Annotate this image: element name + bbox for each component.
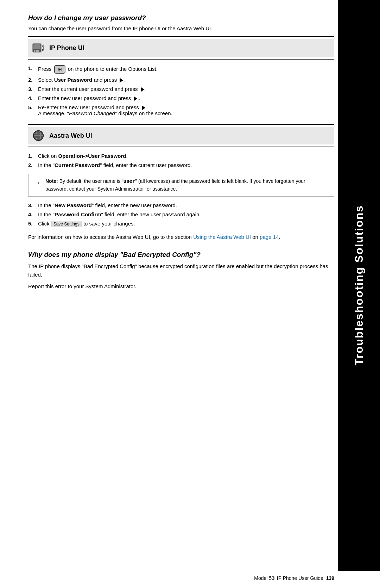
aastra-step-num-5: 5. [28, 221, 37, 227]
ip-step-5: 5. Re-enter the new user password and pr… [28, 104, 334, 116]
note-label: Note: [45, 178, 58, 184]
sidebar-label: Troubleshooting Solutions [353, 205, 366, 365]
password-changed-italic: Password Changed [69, 110, 115, 116]
aastra-web-title: Aastra Web UI [49, 132, 92, 140]
operation-user-password-bold: Operation->User Password [58, 153, 126, 159]
sidebar: Troubleshooting Solutions [338, 0, 380, 571]
current-password-bold: Current Password [55, 162, 100, 168]
aastra-steps-cont: 3. In the "New Password" field, enter th… [28, 202, 334, 227]
ip-step-4: 4. Enter the new user password and press… [28, 95, 334, 101]
step-content-3: Enter the current user password and pres… [38, 86, 334, 92]
svg-rect-3 [36, 50, 37, 51]
step-content-1: Press on the phone to enter the Options … [38, 65, 334, 74]
main-heading: How do I change my user password? [28, 14, 334, 22]
arrow-right-icon-2 [120, 78, 123, 83]
intro-text: You can change the user password from th… [28, 25, 334, 31]
divider-bottom-ip [28, 59, 334, 60]
ip-step-1: 1. Press on the phone to enter the Optio… [28, 65, 334, 74]
aastra-web-banner: Aastra Web UI [28, 127, 334, 144]
svg-rect-6 [36, 51, 37, 52]
note-arrow-icon: → [33, 178, 41, 193]
divider-top-aastra [28, 124, 334, 125]
arrow-right-icon-5 [142, 105, 145, 110]
aastra-step-3: 3. In the "New Password" field, enter th… [28, 202, 334, 208]
second-para1: The IP phone displays "Bad Encrypted Con… [28, 262, 334, 279]
aastra-step-content-2: In the "Current Password" field, enter t… [38, 162, 334, 168]
step-content-2: Select User Password and press . [38, 77, 334, 83]
ip-step-2: 2. Select User Password and press . [28, 77, 334, 83]
svg-rect-4 [37, 50, 39, 51]
aastra-web-icon [32, 129, 45, 142]
step-content-5: Re-enter the new user password and press… [38, 104, 334, 116]
page-content: How do I change my user password? You ca… [28, 14, 334, 315]
aastra-step-content-3: In the "New Password" field, enter the n… [38, 202, 334, 208]
aastra-step-2: 2. In the "Current Password" field, ente… [28, 162, 334, 168]
aastra-step-num-4: 4. [28, 211, 37, 217]
second-para2: Report this error to your System Adminis… [28, 282, 334, 290]
aastra-step-num-2: 2. [28, 162, 37, 168]
ip-phone-banner: IP Phone UI [28, 39, 334, 57]
using-aastra-link[interactable]: Using the Aastra Web UI [193, 234, 251, 240]
options-button-icon [54, 65, 65, 74]
save-settings-button[interactable]: Save Settings [51, 221, 82, 227]
arrow-right-icon-4 [134, 96, 137, 101]
aastra-step-content-5: Click Save Settings to save your changes… [38, 221, 334, 227]
footer-text: Model 53i IP Phone User Guide 139 [254, 575, 334, 581]
footer-model: Model 53i IP Phone User Guide [254, 575, 323, 581]
footer: Model 53i IP Phone User Guide 139 [28, 575, 334, 581]
footer-page: 139 [326, 575, 334, 581]
page-14-link[interactable]: page 14 [260, 234, 279, 240]
aastra-step-num-1: 1. [28, 153, 37, 159]
step-num-1: 1. [28, 65, 37, 71]
step-num-5: 5. [28, 104, 37, 110]
aastra-step-5: 5. Click Save Settings to save your chan… [28, 221, 334, 227]
ip-phone-steps: 1. Press on the phone to enter the Optio… [28, 65, 334, 116]
monospace-user: user [124, 179, 135, 184]
arrow-right-icon-3 [141, 87, 144, 92]
divider-top-ip [28, 36, 334, 37]
aastra-step-4: 4. In the "Password Confirm" field, ente… [28, 211, 334, 217]
info-para: For information on how to access the Aas… [28, 233, 334, 241]
step-content-4: Enter the new user password and press .. [38, 95, 334, 101]
step-num-3: 3. [28, 86, 37, 92]
new-password-bold: New Password [55, 202, 92, 208]
note-text: Note: By default, the user name is “user… [45, 178, 329, 193]
password-confirm-bold: Password Confirm [55, 211, 101, 217]
note-box: → Note: By default, the user name is “us… [28, 174, 334, 197]
aastra-step-num-3: 3. [28, 202, 37, 208]
ip-phone-title: IP Phone UI [49, 44, 84, 52]
svg-rect-1 [33, 44, 40, 49]
svg-rect-7 [37, 51, 39, 52]
second-heading: Why does my phone display "Bad Encrypted… [28, 251, 334, 259]
divider-bottom-aastra [28, 147, 334, 147]
aastra-step-content-1: Click on Operation->User Password. [38, 153, 334, 159]
aastra-step-content-4: In the "Password Confirm" field, enter t… [38, 211, 334, 217]
svg-rect-2 [34, 50, 35, 51]
user-password-bold: User Password [54, 77, 92, 83]
aastra-web-section: Aastra Web UI 1. Click on Operation->Use… [28, 124, 334, 241]
ip-step-3: 3. Enter the current user password and p… [28, 86, 334, 92]
aastra-step-1: 1. Click on Operation->User Password. [28, 153, 334, 159]
step-num-4: 4. [28, 95, 37, 101]
aastra-steps: 1. Click on Operation->User Password. 2.… [28, 153, 334, 168]
ip-phone-icon [32, 41, 45, 55]
step-num-2: 2. [28, 77, 37, 83]
svg-rect-5 [34, 51, 35, 52]
